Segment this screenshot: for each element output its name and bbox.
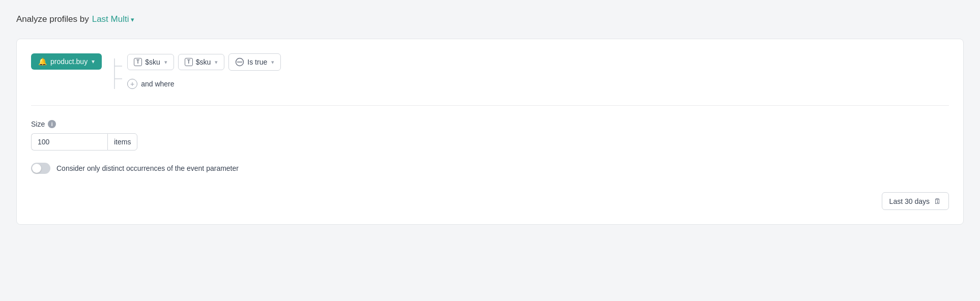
date-range-label: Last 30 days — [889, 197, 930, 205]
operator-label: Is true — [247, 58, 267, 66]
param2-chevron-icon: ▾ — [215, 59, 218, 66]
param1-label: $sku — [145, 58, 160, 66]
plus-circle-icon: + — [127, 79, 137, 89]
toggle-label: Consider only distinct occurrences of th… — [56, 164, 239, 172]
size-input[interactable] — [31, 133, 107, 150]
operator-chevron-icon: ▾ — [271, 59, 274, 66]
main-card: 🔔 product.buy ▾ T $sku — [16, 39, 964, 225]
toggle-row: Consider only distinct occurrences of th… — [31, 163, 949, 174]
and-where-button[interactable]: + and where — [127, 77, 281, 91]
analyze-label: Analyze profiles by — [16, 14, 89, 24]
operator-dropdown[interactable]: Is true ▾ — [228, 53, 281, 71]
size-section: Size i items — [31, 120, 949, 150]
calendar-icon: 🗓 — [934, 197, 941, 205]
info-icon: i — [48, 120, 56, 128]
conditions-column: T $sku ▾ T $sku ▾ — [127, 53, 281, 91]
param2-type-icon: T — [185, 58, 193, 66]
param2-dropdown[interactable]: T $sku ▾ — [178, 54, 225, 70]
size-label: Size — [31, 120, 45, 128]
connector — [107, 53, 122, 89]
analyze-dropdown[interactable]: Last Multi ▾ — [92, 14, 135, 24]
size-input-row: items — [31, 133, 949, 150]
distinct-toggle[interactable] — [31, 163, 50, 174]
operator-circle-icon — [235, 57, 244, 67]
bell-icon: 🔔 — [38, 57, 46, 66]
event-chevron-icon: ▾ — [92, 58, 95, 65]
date-range-button[interactable]: Last 30 days 🗓 — [882, 192, 949, 210]
and-where-label: and where — [141, 80, 174, 88]
size-unit-label: items — [107, 133, 137, 150]
filter-section: 🔔 product.buy ▾ T $sku — [31, 53, 949, 106]
param1-dropdown[interactable]: T $sku ▾ — [127, 54, 174, 70]
param1-chevron-icon: ▾ — [164, 59, 167, 66]
event-button[interactable]: 🔔 product.buy ▾ — [31, 53, 102, 70]
condition-row: T $sku ▾ T $sku ▾ — [127, 53, 281, 71]
toggle-thumb — [32, 164, 41, 173]
param1-type-icon: T — [134, 58, 142, 66]
analyze-dropdown-label: Last Multi — [92, 14, 129, 24]
analyze-dropdown-chevron: ▾ — [131, 16, 134, 23]
param2-label: $sku — [196, 58, 211, 66]
event-button-label: product.buy — [50, 57, 88, 66]
footer-row: Last 30 days 🗓 — [31, 192, 949, 210]
